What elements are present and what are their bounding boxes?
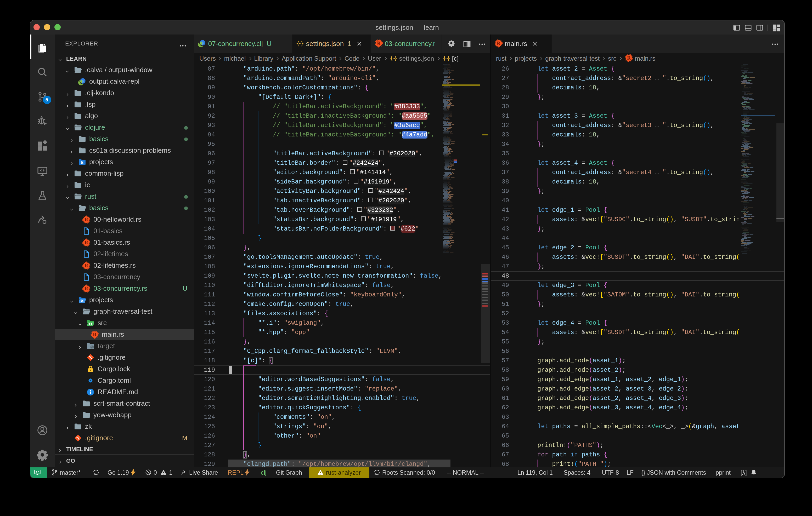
svg-text:R: R [627,55,631,61]
svg-text:R: R [84,286,88,291]
svg-text:R: R [93,332,96,337]
svg-text:R: R [84,263,88,268]
svg-text:R: R [84,217,88,222]
svg-text:R: R [84,240,88,245]
svg-text:R: R [377,40,381,46]
svg-text:R: R [497,40,501,46]
